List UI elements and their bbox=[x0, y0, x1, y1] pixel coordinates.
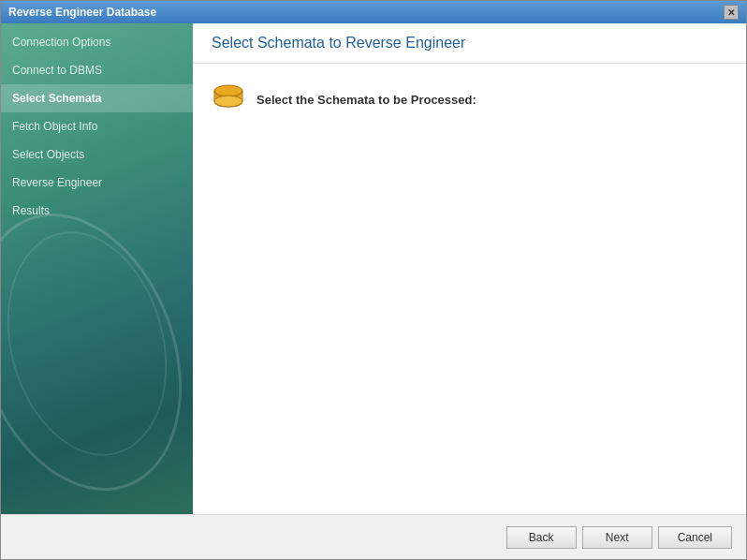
schema-prompt: Select the Schemata to be Processed: bbox=[256, 93, 476, 107]
cancel-button[interactable]: Cancel bbox=[658, 526, 732, 549]
window-title: Reverse Engineer Database bbox=[8, 6, 156, 19]
content-area: Select Schemata to Reverse Engineer Sele… bbox=[193, 23, 746, 514]
svg-point-1 bbox=[214, 96, 242, 107]
back-button[interactable]: Back bbox=[506, 526, 577, 549]
schema-header: Select the Schemata to be Processed: bbox=[212, 82, 727, 116]
sidebar-item-results[interactable]: Results bbox=[1, 197, 193, 225]
svg-point-0 bbox=[214, 85, 242, 96]
footer: Back Next Cancel bbox=[1, 514, 746, 559]
main-window: Reverse Engineer Database ✕ Connection O… bbox=[0, 0, 747, 560]
next-button[interactable]: Next bbox=[582, 526, 652, 549]
sidebar-item-fetch-object-info[interactable]: Fetch Object Info bbox=[1, 112, 193, 140]
sidebar-item-connect-to-dbms[interactable]: Connect to DBMS bbox=[1, 56, 193, 84]
sidebar-item-select-objects[interactable]: Select Objects bbox=[1, 140, 193, 169]
content-body: Select the Schemata to be Processed: bbox=[193, 64, 746, 514]
title-bar: Reverse Engineer Database ✕ bbox=[1, 1, 746, 23]
content-header: Select Schemata to Reverse Engineer bbox=[193, 23, 746, 64]
sidebar-item-reverse-engineer[interactable]: Reverse Engineer bbox=[1, 169, 193, 197]
sidebar-item-select-schemata[interactable]: Select Schemata bbox=[1, 84, 193, 112]
database-icon bbox=[212, 82, 245, 116]
sidebar: Connection OptionsConnect to DBMSSelect … bbox=[1, 23, 193, 514]
sidebar-item-connection-options[interactable]: Connection Options bbox=[1, 28, 193, 56]
page-title: Select Schemata to Reverse Engineer bbox=[212, 35, 727, 52]
close-button[interactable]: ✕ bbox=[724, 5, 739, 20]
main-content: Connection OptionsConnect to DBMSSelect … bbox=[1, 23, 746, 514]
